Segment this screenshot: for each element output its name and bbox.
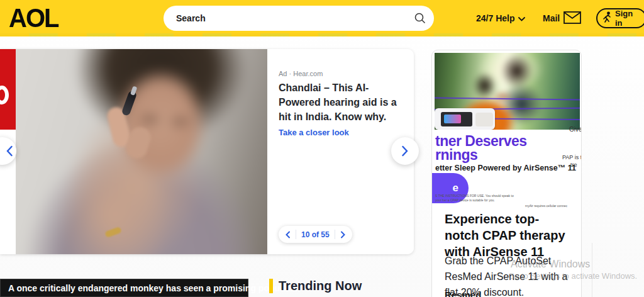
sidebar-ad-side-text: tre xyxy=(570,162,577,168)
sign-in-label: Sign in xyxy=(615,9,639,28)
sidebar-ad-headline-line2: rnings xyxy=(435,147,477,164)
sidebar-ad-side-text: PAP is th xyxy=(562,154,582,160)
ad-headline[interactable]: Chandlai – This AI-Powered hearing aid i… xyxy=(279,81,406,124)
aol-logo[interactable]: AOL xyxy=(9,3,58,33)
header-bar: AOL 24/7 Help Mail Sign in xyxy=(0,0,644,36)
sidebar-ad-fineprint: S THE INSTRUCTIONS FOR USE. You should s… xyxy=(435,194,520,203)
sidebar-promo-brand: Resmed xyxy=(445,289,481,297)
activate-windows-watermark-sub: Go to Settings to activate Windows. xyxy=(508,271,637,281)
ad-source-label: Ad · Hear.com xyxy=(279,70,323,77)
help-menu[interactable]: 24/7 Help xyxy=(476,0,525,36)
carousel-card: Ad · Hear.com Chandlai – This AI-Powered… xyxy=(0,49,414,254)
sign-in-button[interactable]: Sign in xyxy=(596,8,644,28)
pagination-prev-icon[interactable] xyxy=(285,231,291,238)
cpap-screen xyxy=(444,115,461,123)
divider xyxy=(592,243,592,297)
sidebar-ad-subheadline: etter Sleep Powered by AirSense™ 11 xyxy=(435,164,576,172)
aol-homepage: AOL 24/7 Help Mail Sign in xyxy=(0,0,644,297)
carousel-slide-image[interactable] xyxy=(16,49,267,254)
mail-label: Mail xyxy=(543,13,560,23)
search-icon[interactable] xyxy=(406,12,434,25)
envelope-icon xyxy=(564,11,581,26)
search-input[interactable] xyxy=(164,6,406,31)
pagination-label: 10 of 55 xyxy=(301,230,330,239)
cpap-humidifier xyxy=(475,113,493,126)
ad-cta-link[interactable]: Take a closer look xyxy=(279,128,349,137)
divider xyxy=(296,230,296,239)
help-label: 24/7 Help xyxy=(476,13,514,23)
previous-slide-glyph xyxy=(0,86,9,104)
trending-section-header: Trending Now xyxy=(269,279,362,293)
carousel-pagination: 10 of 55 xyxy=(279,226,352,243)
running-person-icon xyxy=(602,11,612,25)
news-headline-text: A once critically endangered monkey has … xyxy=(1,283,300,293)
pagination-next-icon[interactable] xyxy=(340,231,346,238)
sidebar-ad-image xyxy=(435,53,580,130)
mail-link[interactable]: Mail xyxy=(543,0,581,36)
news-headline-bar[interactable]: A once critically endangered monkey has … xyxy=(0,279,248,297)
cpap-front-panel xyxy=(441,112,472,126)
activate-windows-watermark: Activate Windows xyxy=(511,259,590,270)
trending-accent-bar xyxy=(269,279,273,293)
sidebar-ad-side-text: Give xyxy=(569,126,582,133)
carousel-next-button[interactable] xyxy=(391,137,419,165)
cpap-machine-image xyxy=(435,108,495,130)
trending-title: Trending Now xyxy=(279,279,362,293)
previous-slide-edge xyxy=(0,49,16,130)
sidebar-ad-fineprint: myAir requires cellular connec xyxy=(525,204,567,208)
divider xyxy=(335,230,335,239)
search-bar[interactable] xyxy=(164,6,434,31)
chevron-down-icon xyxy=(518,13,525,23)
